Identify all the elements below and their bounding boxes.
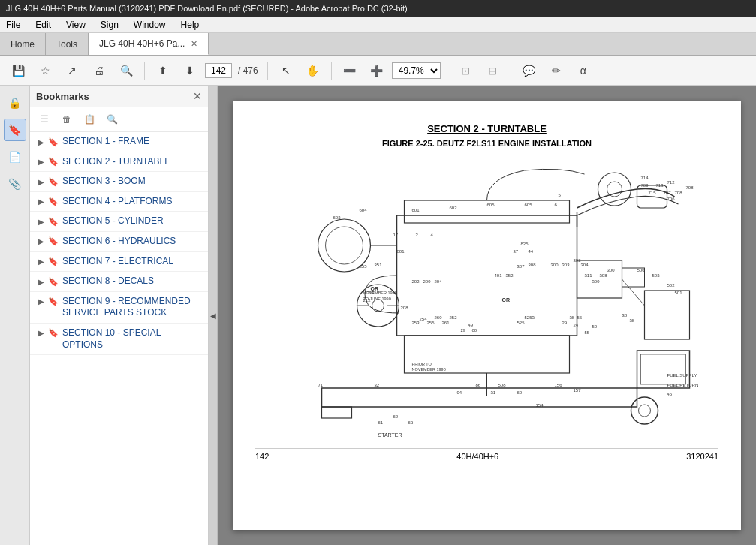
highlight-button[interactable]: ✏ [544,59,568,82]
chevron-right-icon-3: ▶ [36,176,47,187]
pdf-model-text: 40H/40H+6 [456,452,498,461]
next-page-button[interactable]: ⬇ [178,59,202,82]
sign-button[interactable]: α [571,59,595,82]
bookmark-icon-1: 🔖 [48,137,59,147]
svg-text:71: 71 [318,383,324,387]
fit-page-button[interactable]: ⊡ [453,59,477,82]
svg-text:38: 38 [622,313,628,318]
tool-bookmark-icon[interactable]: 🔖 [4,119,26,141]
svg-text:308: 308 [600,273,608,278]
share-button[interactable]: ↗ [60,59,84,82]
bookmark-label-3: SECTION 3 - BOOM [62,176,146,188]
panel-collapse-button[interactable]: ◀ [209,86,218,545]
tab-home[interactable]: Home [0,33,46,55]
toolbar-separator-3 [331,62,332,80]
bookmark-item-section9[interactable]: ▶ 🔖 SECTION 9 - RECOMMENDED SERVICE PART… [30,292,208,324]
svg-text:706: 706 [667,197,676,201]
svg-text:601: 601 [412,208,420,212]
svg-text:300: 300 [551,263,559,267]
bookmark-icon-7: 🔖 [48,257,59,267]
zoom-in-button[interactable]: ➕ [365,59,389,82]
menu-edit[interactable]: Edit [32,18,54,32]
bookmark-label-10: SECTION 10 - SPECIAL OPTIONS [62,327,203,351]
svg-text:309: 309 [592,279,601,284]
bm-expand-button[interactable]: ☰ [35,110,54,128]
bookmark-add-button[interactable]: ☆ [33,59,57,82]
page-total-label: / 476 [238,65,258,76]
menu-view[interactable]: View [63,18,89,32]
bookmark-label-6: SECTION 6 - HYDRAULICS [62,236,176,248]
svg-text:351: 351 [375,263,383,267]
bookmarks-close-button[interactable]: ✕ [193,90,202,102]
tool-attachment-icon[interactable]: 📎 [4,173,26,195]
pdf-page: SECTION 2 - TURNTABLE FIGURE 2-25. DEUTZ… [233,101,741,530]
bm-delete-button[interactable]: 🗑 [57,110,77,128]
bookmark-icon-8: 🔖 [48,276,59,287]
svg-text:NOVEMBER 1990: NOVEMBER 1990 [363,291,397,295]
zoom-select[interactable]: 49.7% 25% 50% 75% 100% [392,62,441,79]
svg-text:STARTER: STARTER [378,432,402,438]
bookmark-item-section4[interactable]: ▶ 🔖 SECTION 4 - PLATFORMS [30,192,208,212]
tab-bar: Home Tools JLG 40H 40H+6 Pa... ✕ [0,33,756,56]
pdf-content-area[interactable]: SECTION 2 - TURNTABLE FIGURE 2-25. DEUTZ… [218,86,756,545]
main-area: 🔒 🔖 📄 📎 Bookmarks ✕ ☰ 🗑 📋 🔍 ▶ 🔖 SECTION … [0,86,756,545]
bookmark-item-section8[interactable]: ▶ 🔖 SECTION 8 - DECALS [30,272,208,292]
bookmarks-toolbar: ☰ 🗑 📋 🔍 [30,107,208,132]
page-number-input[interactable] [205,63,232,78]
save-button[interactable]: 💾 [6,59,30,82]
menu-sign[interactable]: Sign [98,18,122,32]
tool-pages-icon[interactable]: 📄 [4,146,26,168]
left-tool-panel: 🔒 🔖 📄 📎 [0,86,30,545]
bookmark-item-section7[interactable]: ▶ 🔖 SECTION 7 - ELECTRICAL [30,252,208,272]
bookmark-item-section10[interactable]: ▶ 🔖 SECTION 10 - SPECIAL OPTIONS [30,324,208,355]
toolbar-separator-5 [511,62,511,80]
hand-tool-button[interactable]: ✋ [301,59,325,82]
svg-text:708: 708 [675,191,683,195]
bookmarks-list: ▶ 🔖 SECTION 1 - FRAME ▶ 🔖 SECTION 2 - TU… [30,132,208,545]
menu-file[interactable]: File [3,18,23,32]
fit-width-button[interactable]: ⊟ [480,59,505,82]
svg-text:60: 60 [472,328,477,333]
svg-text:FUEL RETURN: FUEL RETURN [667,383,699,387]
comment-button[interactable]: 💬 [517,59,541,82]
menu-window[interactable]: Window [131,18,169,32]
bm-search-button[interactable]: 🔍 [102,110,122,128]
svg-text:29: 29 [461,328,466,333]
svg-text:61: 61 [378,420,384,425]
enhance-button[interactable]: 🔍 [114,59,138,82]
print-button[interactable]: 🖨 [87,59,111,82]
svg-text:605: 605 [525,203,533,207]
bookmark-item-section3[interactable]: ▶ 🔖 SECTION 3 - BOOM [30,172,208,192]
tab-document[interactable]: JLG 40H 40H+6 Pa... ✕ [89,33,209,55]
svg-text:24: 24 [574,323,579,327]
bookmark-item-section2[interactable]: ▶ 🔖 SECTION 2 - TURNTABLE [30,152,208,173]
bookmark-item-section6[interactable]: ▶ 🔖 SECTION 6 - HYDRAULICS [30,232,208,252]
cursor-tool-button[interactable]: ↖ [274,59,298,82]
bookmark-icon-6: 🔖 [48,236,59,247]
tab-close-icon[interactable]: ✕ [191,39,197,49]
svg-text:37: 37 [514,249,519,254]
bookmark-item-section5[interactable]: ▶ 🔖 SECTION 5 - CYLINDER [30,212,208,232]
chevron-right-icon-6: ▶ [36,236,47,247]
tab-tools[interactable]: Tools [46,33,89,55]
bookmark-item-section1[interactable]: ▶ 🔖 SECTION 1 - FRAME [30,132,208,152]
bm-new-button[interactable]: 📋 [80,110,99,128]
prev-page-button[interactable]: ⬆ [151,59,175,82]
svg-text:17: 17 [393,233,399,237]
bookmark-icon-10: 🔖 [48,328,59,339]
menu-bar: File Edit View Sign Window Help [0,17,756,33]
toolbar-separator-2 [267,62,268,80]
bookmark-label-2: SECTION 2 - TURNTABLE [62,156,170,168]
bookmark-icon-5: 🔖 [48,216,59,227]
zoom-out-button[interactable]: ➖ [338,59,362,82]
svg-text:825: 825 [521,242,529,246]
svg-text:604: 604 [360,208,368,212]
svg-text:300: 300 [607,268,616,272]
bookmark-label-1: SECTION 1 - FRAME [62,136,149,148]
menu-help[interactable]: Help [178,18,203,32]
svg-text:525: 525 [517,321,526,325]
svg-text:303: 303 [562,263,571,267]
tool-lock-icon[interactable]: 🔒 [4,92,26,114]
svg-text:60: 60 [517,390,523,395]
pdf-part-number: 3120241 [686,452,718,461]
